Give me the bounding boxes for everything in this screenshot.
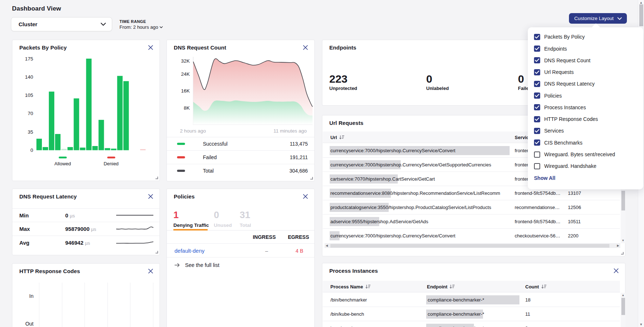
layout-option-endpoints[interactable]: Endpoints	[534, 44, 640, 53]
layout-option-http-response-codes[interactable]: HTTP Response Codes	[534, 115, 640, 123]
panel-dns-request-latency: DNS Request Latency Min0 µsMax95879000 µ…	[12, 189, 160, 255]
scrollbar-thumb[interactable]	[621, 191, 625, 210]
x-axis-end-label: 11 minutes ago	[274, 128, 307, 134]
close-icon[interactable]	[148, 268, 153, 274]
layout-option-process-instances[interactable]: Process Instances	[534, 103, 640, 112]
layout-option-services[interactable]: Services	[534, 126, 640, 135]
layout-option-wireguard-bytes-sent-received[interactable]: Wireguard. Bytes sent/received	[534, 150, 640, 159]
close-icon[interactable]	[148, 194, 153, 199]
bar-allowed	[61, 149, 67, 150]
see-full-list-link[interactable]: See the full list	[174, 257, 219, 272]
layout-option-policies[interactable]: Policies	[534, 91, 640, 100]
legend-item-denied[interactable]: Denied	[103, 157, 118, 167]
dashboard-view-select[interactable]: Cluster	[11, 17, 112, 31]
close-icon[interactable]	[148, 45, 153, 50]
customize-layout-button[interactable]: Customize Layout	[569, 13, 627, 24]
scroll-down-arrow-icon[interactable]: ▼	[638, 323, 644, 326]
time-range-value[interactable]: From: 2 hours ago	[119, 24, 163, 30]
url-request-row[interactable]: adservice:9555/hipstershop.AdService/Get…	[323, 214, 620, 229]
checkbox-unchecked-icon[interactable]	[534, 163, 540, 169]
column-header-url[interactable]: Url	[330, 131, 344, 143]
column-header-endpoint[interactable]: Endpoint	[427, 281, 455, 292]
panel-title: Url Requests	[329, 120, 364, 126]
layout-option-packets-by-policy[interactable]: Packets By Policy	[534, 32, 640, 41]
panel-http-response-codes: HTTP Response Codes In Out	[12, 263, 160, 327]
panel-policies: Policies 1Denying Traffic0Unused31Total …	[166, 189, 315, 327]
svg-text:0: 0	[30, 147, 33, 153]
checkbox-unchecked-icon[interactable]	[534, 151, 540, 158]
url-cell: currencyservice:7000/hipstershop.Currenc…	[330, 229, 511, 243]
scroll-right-arrow-icon[interactable]: ▶	[617, 243, 619, 248]
panel-title: Process Instances	[329, 268, 378, 274]
count-cell: 12506	[568, 200, 597, 214]
resize-handle[interactable]	[621, 252, 624, 255]
process-instance-row[interactable]: /bin/kube-benchcompliance-benchmarker-*1…	[323, 307, 620, 321]
latency-value: 946942 µs	[65, 239, 90, 245]
checkbox-checked-icon[interactable]	[534, 116, 540, 122]
checkbox-checked-icon[interactable]	[534, 81, 540, 87]
scrollbar-thumb[interactable]	[330, 244, 609, 248]
legend-swatch	[177, 170, 185, 172]
scroll-left-arrow-icon[interactable]: ◀	[326, 243, 328, 248]
show-all-link[interactable]: Show All	[534, 175, 555, 181]
policy-ingress-value: –	[259, 244, 274, 258]
endpoint-text: compliance-benchmarker-*	[426, 311, 484, 317]
legend-item-allowed[interactable]: Allowed	[54, 157, 71, 167]
checkbox-checked-icon[interactable]	[534, 139, 540, 146]
checkbox-checked-icon[interactable]	[534, 128, 540, 134]
chevron-down-icon	[101, 23, 106, 26]
layout-option-dns-request-count[interactable]: DNS Request Count	[534, 56, 640, 65]
checkbox-checked-icon[interactable]	[534, 104, 540, 110]
column-header-process-name[interactable]: Process Name	[330, 281, 370, 292]
scrollbar-thumb[interactable]	[621, 298, 625, 315]
policies-tab-total[interactable]: 31Total	[240, 210, 251, 228]
resize-handle[interactable]	[310, 177, 313, 180]
count-cell: 2200	[568, 229, 597, 243]
scroll-up-arrow-icon[interactable]: ▲	[638, 1, 644, 4]
checkbox-checked-icon[interactable]	[534, 69, 540, 75]
endpoint-stat-unlabeled: 0Unlabeled	[426, 74, 449, 91]
layout-option-wireguard-handshake[interactable]: Wireguard. Handshake	[534, 162, 640, 170]
resize-handle[interactable]	[156, 251, 158, 253]
scroll-up-arrow-icon[interactable]: ▲	[621, 293, 625, 297]
close-icon[interactable]	[303, 194, 308, 199]
legend-label: Failed	[203, 154, 217, 160]
checkbox-checked-icon[interactable]	[534, 57, 540, 63]
svg-text:32K: 32K	[181, 58, 190, 64]
layout-option-cis-benchmarks[interactable]: CIS Benchmarks	[534, 138, 640, 147]
url-table-horizontal-scrollbar[interactable]: ◀ ▶	[325, 243, 620, 248]
close-icon[interactable]	[613, 268, 619, 273]
chevron-down-icon	[617, 17, 622, 20]
x-axis-start-label: 2 hours ago	[180, 128, 206, 134]
customize-layout-label: Customize Layout	[574, 16, 613, 21]
panel-title: DNS Request Count	[174, 44, 226, 51]
url-request-row[interactable]: productcatalogservice:3550/hipstershop.P…	[323, 200, 620, 214]
layout-option-dns-request-latency[interactable]: DNS Request Latency	[534, 79, 640, 88]
policy-name-link[interactable]: default-deny	[174, 244, 205, 257]
column-header-count[interactable]: Count	[525, 281, 546, 292]
resize-handle[interactable]	[156, 177, 158, 179]
checkbox-checked-icon[interactable]	[534, 34, 540, 40]
bar-allowed	[117, 76, 123, 150]
bar-allowed	[43, 147, 48, 150]
checkbox-checked-icon[interactable]	[534, 92, 540, 99]
checkbox-checked-icon[interactable]	[534, 46, 540, 52]
close-icon[interactable]	[303, 45, 308, 50]
dropdown-notch	[592, 23, 600, 32]
layout-option-label: Policies	[544, 93, 562, 99]
process-table-vertical-scrollbar[interactable]: ▲	[621, 293, 625, 327]
legend-swatch	[107, 157, 115, 158]
time-range: TIME RANGE From: 2 hours ago	[119, 19, 163, 30]
url-request-row[interactable]: currencyservice:7000/hipstershop.Currenc…	[323, 229, 620, 243]
bar-allowed	[111, 149, 117, 150]
process-instance-row[interactable]: /bin/benchmarkercompliance-benchmarker-*…	[323, 293, 620, 307]
scroll-down-arrow-icon[interactable]: ▼	[621, 239, 625, 243]
bar-allowed	[123, 81, 129, 150]
scrollbar-thumb[interactable]	[639, 4, 643, 26]
process-instance-row[interactable]: benchmarkercompliance-benchmarker-*9	[323, 321, 620, 327]
policies-tab-unused[interactable]: 0Unused	[214, 210, 232, 228]
layout-option-url-requests[interactable]: Url Requests	[534, 68, 640, 76]
policies-tab-denying-traffic[interactable]: 1Denying Traffic	[173, 210, 209, 228]
service-text: frontend-5fc5754db…	[515, 190, 561, 196]
column-header-label: Url	[330, 135, 337, 140]
